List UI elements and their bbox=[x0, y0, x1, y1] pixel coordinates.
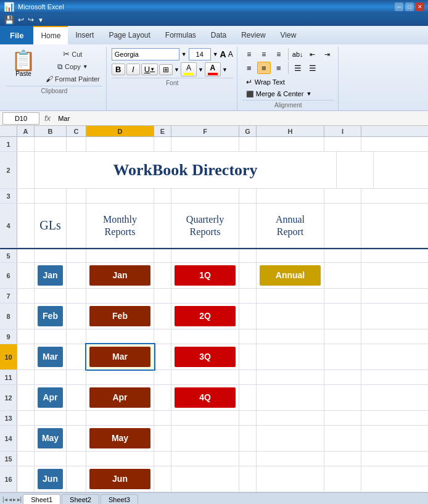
cell-c7[interactable] bbox=[67, 289, 86, 303]
align-right-button[interactable]: ≡ bbox=[272, 62, 286, 74]
format-painter-button[interactable]: 🖌 Format Painter bbox=[43, 73, 102, 85]
cell-d6-jan[interactable]: Jan bbox=[86, 263, 154, 288]
cell-a10[interactable] bbox=[17, 344, 35, 370]
cell-a16[interactable] bbox=[17, 466, 35, 492]
cell-f1[interactable] bbox=[171, 137, 239, 151]
cell-c3[interactable] bbox=[67, 189, 86, 203]
cell-g4[interactable] bbox=[239, 204, 257, 247]
1q-cell[interactable]: 1Q bbox=[175, 265, 235, 286]
cell-c11[interactable] bbox=[67, 370, 86, 384]
highlight-color-button[interactable]: A bbox=[181, 62, 197, 76]
cell-e8[interactable] bbox=[154, 304, 171, 329]
cell-e6[interactable] bbox=[154, 263, 171, 288]
cell-c4[interactable] bbox=[67, 204, 86, 247]
font-name-input[interactable] bbox=[112, 48, 179, 60]
cell-a4[interactable] bbox=[17, 204, 35, 247]
minimize-button[interactable]: ─ bbox=[395, 2, 403, 11]
align-top-left-button[interactable]: ≡ bbox=[242, 48, 256, 60]
cell-a11[interactable] bbox=[17, 370, 35, 384]
cell-b7[interactable] bbox=[35, 289, 67, 303]
text-direction-button[interactable]: ab↓ bbox=[291, 48, 305, 60]
sheet-tab-2[interactable]: Sheet2 bbox=[62, 494, 99, 504]
cell-e15[interactable] bbox=[154, 452, 171, 466]
cell-i9[interactable] bbox=[324, 329, 361, 344]
merge-center-button[interactable]: ⬛ Merge & Center ▼ bbox=[242, 89, 334, 99]
cell-c12[interactable] bbox=[67, 385, 86, 410]
cell-d9[interactable] bbox=[86, 329, 154, 344]
cell-i2[interactable] bbox=[337, 152, 374, 188]
cell-g10[interactable] bbox=[239, 344, 257, 370]
cell-c15[interactable] bbox=[67, 452, 86, 466]
cell-b13[interactable] bbox=[35, 411, 67, 425]
tab-navigation-arrows[interactable]: |◂ ◂ ▸ ▸| bbox=[2, 496, 22, 503]
copy-button[interactable]: ⧉ Copy ▼ bbox=[43, 61, 102, 72]
cell-b6-jan[interactable]: Jan bbox=[35, 263, 67, 288]
cell-a1[interactable] bbox=[17, 137, 35, 151]
row-num-15[interactable]: 15 bbox=[0, 452, 17, 466]
cell-f13[interactable] bbox=[171, 411, 239, 425]
cell-e3[interactable] bbox=[154, 189, 171, 203]
cell-h9[interactable] bbox=[257, 329, 324, 344]
cell-e12[interactable] bbox=[154, 385, 171, 410]
cell-d8-feb[interactable]: Feb bbox=[86, 304, 154, 329]
align-justify-button[interactable]: ☰ bbox=[291, 62, 305, 74]
cell-f14[interactable] bbox=[171, 426, 239, 451]
cell-h16[interactable] bbox=[257, 466, 324, 492]
col-header-a[interactable]: A bbox=[17, 126, 35, 136]
tab-next-arrow[interactable]: ▸ bbox=[13, 496, 16, 503]
cell-f9[interactable] bbox=[171, 329, 239, 344]
cell-g1[interactable] bbox=[239, 137, 257, 151]
cell-i14[interactable] bbox=[324, 426, 361, 451]
align-center-button[interactable]: ≡ bbox=[257, 62, 271, 74]
cell-c6[interactable] bbox=[67, 263, 86, 288]
col-header-i[interactable]: I bbox=[324, 126, 361, 136]
cell-h10[interactable] bbox=[257, 344, 324, 370]
col-header-b[interactable]: B bbox=[35, 126, 67, 136]
cell-g9[interactable] bbox=[239, 329, 257, 344]
align-distributed-button[interactable]: ☰ bbox=[306, 62, 319, 74]
feb-gls-cell[interactable]: Feb bbox=[38, 306, 63, 326]
cell-d4-monthly[interactable]: Monthly Reports bbox=[86, 204, 154, 247]
col-header-e[interactable]: E bbox=[154, 126, 171, 136]
cell-d10-mar[interactable]: Mar bbox=[86, 344, 154, 370]
indent-decrease-button[interactable]: ⇤ bbox=[306, 48, 319, 60]
cell-e10[interactable] bbox=[154, 344, 171, 370]
font-color-dropdown-icon[interactable]: ▼ bbox=[222, 67, 228, 73]
row-num-5[interactable]: 5 bbox=[0, 249, 17, 262]
annual-cell[interactable]: Annual bbox=[260, 265, 320, 286]
formulas-menu-item[interactable]: Formulas bbox=[158, 26, 204, 44]
cell-f16[interactable] bbox=[171, 466, 239, 492]
cell-h1[interactable] bbox=[257, 137, 324, 151]
cell-f6-1q[interactable]: 1Q bbox=[171, 263, 239, 288]
cell-g11[interactable] bbox=[239, 370, 257, 384]
cell-g5[interactable] bbox=[239, 249, 257, 262]
cell-g6[interactable] bbox=[239, 263, 257, 288]
row-num-14[interactable]: 14 bbox=[0, 426, 17, 451]
row-num-16[interactable]: 16 bbox=[0, 466, 17, 492]
cell-d14-may[interactable]: May bbox=[86, 426, 154, 451]
cell-i16[interactable] bbox=[324, 466, 361, 492]
row-num-10[interactable]: 10 bbox=[0, 344, 17, 370]
cell-h7[interactable] bbox=[257, 289, 324, 303]
file-menu-button[interactable]: File bbox=[0, 26, 33, 44]
cell-g12[interactable] bbox=[239, 385, 257, 410]
sheet-tab-3[interactable]: Sheet3 bbox=[101, 494, 138, 504]
quick-redo-icon[interactable]: ↪ bbox=[26, 15, 36, 24]
cell-a3[interactable] bbox=[17, 189, 35, 203]
tab-first-arrow[interactable]: |◂ bbox=[2, 496, 7, 503]
cell-a2[interactable] bbox=[17, 152, 35, 188]
col-header-h[interactable]: H bbox=[257, 126, 324, 136]
cell-h12[interactable] bbox=[257, 385, 324, 410]
jan-monthly-cell[interactable]: Jan bbox=[89, 265, 150, 286]
col-header-g[interactable]: G bbox=[239, 126, 257, 136]
quick-undo-icon[interactable]: ↩ bbox=[16, 15, 26, 24]
cell-d15[interactable] bbox=[86, 452, 154, 466]
cell-i12[interactable] bbox=[324, 385, 361, 410]
cell-i3[interactable] bbox=[324, 189, 361, 203]
cell-i6[interactable] bbox=[324, 263, 361, 288]
quick-dropdown-icon[interactable]: ▼ bbox=[36, 17, 46, 23]
cell-g15[interactable] bbox=[239, 452, 257, 466]
review-menu-item[interactable]: Review bbox=[234, 26, 273, 44]
cell-b4-gls[interactable]: GLs bbox=[35, 204, 67, 247]
font-size-input[interactable] bbox=[189, 48, 211, 60]
